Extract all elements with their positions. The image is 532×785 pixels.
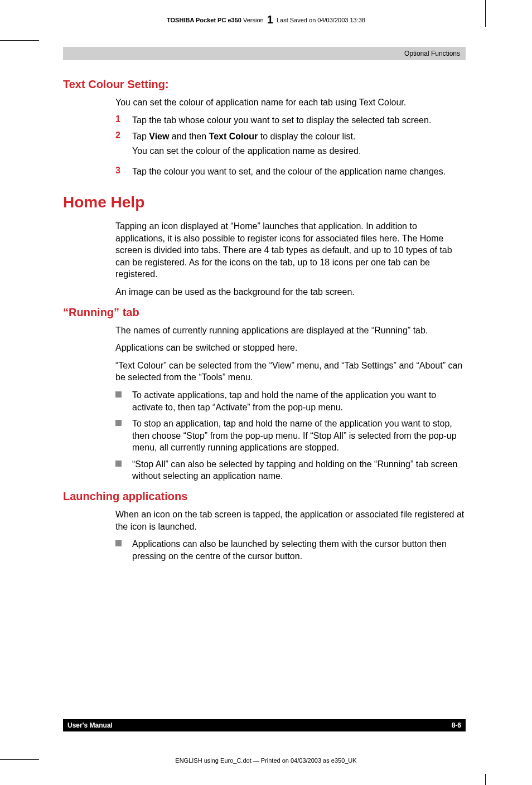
bold-text: Text Colour [209,132,258,141]
page-header: TOSHIBA Pocket PC e350 Version 1 Last Sa… [0,13,532,26]
list-item: 2 Tap View and then Text Colour to displ… [115,130,466,161]
step-text: Tap the colour you want to set, and the … [132,166,446,178]
saved-timestamp: Last Saved on 04/03/2003 13:38 [277,17,365,23]
bullet-list: Applications can also be launched by sel… [115,538,466,562]
bold-text: View [149,132,169,141]
text: to display the colour list. [258,132,355,141]
footer-bar: User's Manual 8-6 [63,719,466,731]
bullet-list: To activate applications, tap and hold t… [115,389,466,482]
step-subtext: You can set the colour of the applicatio… [132,145,361,157]
paragraph: Tapping an icon displayed at “Home” laun… [115,220,466,280]
list-item: Applications can also be launched by sel… [115,538,466,562]
heading-running-tab: “Running” tab [63,306,466,319]
heading-text-colour-setting: Text Colour Setting: [63,78,466,91]
section-header-text: Optional Functions [404,50,460,57]
step-number: 1 [115,114,132,127]
paragraph: “Text Colour” can be selected from the “… [115,360,466,384]
square-bullet-icon [115,389,132,413]
bullet-text: “Stop All” can also be selected by tappi… [132,458,466,482]
crop-mark [485,774,486,785]
square-bullet-icon [115,458,132,482]
bullet-text: To stop an application, tap and hold the… [132,418,466,454]
crop-mark [0,40,39,41]
list-item: “Stop All” can also be selected by tappi… [115,458,466,482]
version-number: 1 [265,13,275,26]
page: TOSHIBA Pocket PC e350 Version 1 Last Sa… [0,0,532,785]
list-item: To activate applications, tap and hold t… [115,389,466,413]
step-text: Tap View and then Text Colour to display… [132,130,361,161]
content-area: Text Colour Setting: You can set the col… [63,78,466,566]
product-name: TOSHIBA Pocket PC e350 [167,17,241,23]
step-number: 2 [115,130,132,161]
text: and then [169,132,209,141]
section-header-bar: Optional Functions [63,47,466,60]
paragraph: An image can be used as the background f… [115,286,466,298]
step-text: Tap the tab whose colour you want to set… [132,114,431,127]
footer-page-number: 8-6 [452,721,461,729]
footer-left: User's Manual [67,721,113,729]
version-label: Version [243,17,264,23]
paragraph: You can set the colour of application na… [115,96,466,109]
bullet-text: Applications can also be launched by sel… [132,538,466,562]
square-bullet-icon [115,538,132,562]
bullet-text: To activate applications, tap and hold t… [132,389,466,413]
paragraph: When an icon on the tab screen is tapped… [115,508,466,532]
square-bullet-icon [115,418,132,454]
list-item: 1 Tap the tab whose colour you want to s… [115,114,466,127]
text: Tap [132,132,149,141]
heading-launching-applications: Launching applications [63,490,466,503]
step-number: 3 [115,166,132,178]
ordered-list: 1 Tap the tab whose colour you want to s… [115,114,466,178]
print-info: ENGLISH using Euro_C.dot — Printed on 04… [0,757,532,764]
paragraph: The names of currently running applicati… [115,324,466,337]
list-item: 3 Tap the colour you want to set, and th… [115,166,466,178]
paragraph: Applications can be switched or stopped … [115,342,466,354]
heading-home-help: Home Help [63,193,466,211]
list-item: To stop an application, tap and hold the… [115,418,466,454]
